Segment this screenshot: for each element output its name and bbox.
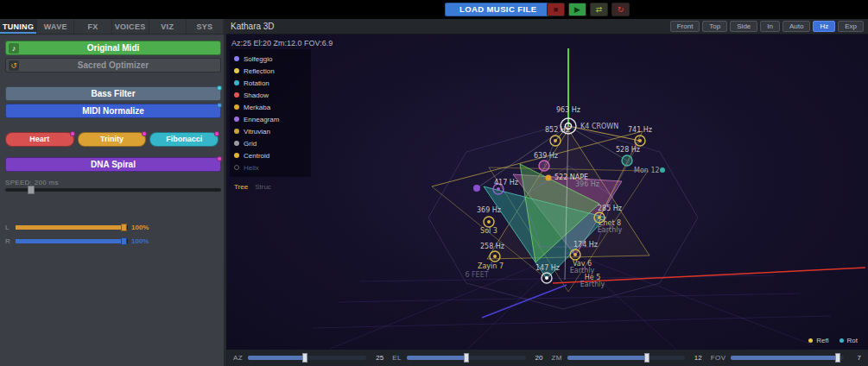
scene-node [493,255,497,258]
az-label: AZ [233,354,243,362]
fibonacci-button[interactable]: Fibonacci [149,132,219,147]
tab-wave[interactable]: WAVE [37,19,74,34]
kathara-3d-viewport[interactable]: 963 HzK4 CROWN852 Hz741 Hz639 Hz528 HzMo… [226,35,868,350]
az-slider-handle[interactable] [302,353,307,363]
view-auto-button[interactable]: Auto [782,21,810,32]
tab-viz[interactable]: VIZ [149,19,187,34]
fov-slider-handle[interactable] [835,353,840,363]
legend-item-helix[interactable]: Helix [234,161,307,174]
az-slider[interactable] [248,356,366,360]
legend-item-grid[interactable]: Grid [234,137,307,149]
scene-label: Sol 3 [480,227,497,235]
scene-node [487,220,491,224]
zm-value: 12 [690,354,702,362]
fov-slider[interactable] [731,356,844,360]
speed-slider-handle[interactable] [28,186,35,194]
legend-item-enneagram[interactable]: Enneagram [234,113,307,125]
scene-line [568,252,814,345]
scene-label: 852 Hz [545,126,569,134]
el-slider[interactable] [407,356,526,360]
dna-spiral-button[interactable]: DNA Spiral [5,157,221,172]
level-right-handle[interactable] [121,237,127,245]
legend-item-vitruvian[interactable]: Vitruvian [234,125,307,137]
legend-panel: Solfeggio Reflection Rotation Shadow Mer… [230,49,311,177]
original-midi-button[interactable]: ♪ Original Midi [5,41,221,55]
scene-label: 174 Hz [573,241,598,249]
level-right-row: R 100% [5,237,219,245]
helix-dot-icon [234,165,239,170]
legend-item-rotation[interactable]: Rotation [234,77,307,89]
scene-label: 285 Hz [598,205,622,212]
heart-button[interactable]: Heart [5,132,74,147]
legend-item-merkaba[interactable]: Merkaba [234,101,307,113]
rotation-dot-icon [234,80,239,85]
play-button[interactable]: ▶ [568,3,586,16]
legend-item-solfeggio[interactable]: Solfeggio [234,53,307,65]
centroid-dot-icon [234,153,239,158]
zm-slider[interactable] [567,356,685,360]
midi-normalize-button[interactable]: MIDI Normalize [5,104,221,118]
level-left-handle[interactable] [121,224,127,231]
heart-led [70,131,75,136]
zm-slider-handle[interactable] [644,353,649,363]
shadow-dot-icon [234,92,239,98]
kathara-3d-canvas[interactable]: 963 HzK4 CROWN852 Hz741 Hz639 Hz528 HzMo… [226,35,868,350]
el-slider-handle[interactable] [464,353,469,363]
az-slider-group: AZ 25 [233,354,383,362]
view-front-button[interactable]: Front [670,21,700,32]
merkaba-dot-icon [234,104,239,110]
legend-item-reflection[interactable]: Reflection [234,65,307,77]
rot-toggle[interactable]: Rot [839,337,858,344]
speed-label: SPEED: 200 ms [5,179,219,186]
view-buttons: Front Top Side In Auto Hz Exp [670,21,864,32]
load-music-file-button[interactable]: LOAD MUSIC FILE [445,3,551,16]
scene-label: Mon 12 [634,167,660,174]
spiral-icon: ↺ [9,60,19,71]
midi-normalize-label: MIDI Normalize [82,106,144,116]
legend-item-shadow[interactable]: Shadow [234,89,307,101]
dna-spiral-label: DNA Spiral [91,160,136,169]
view-in-button[interactable]: In [760,21,780,32]
scene-label: 639 Hz [534,152,558,160]
refl-toggle[interactable]: Refl [808,337,828,344]
stop-button[interactable]: ■ [547,3,565,16]
level-left-slider[interactable] [16,225,128,230]
reset-button[interactable]: ↻ [611,3,630,16]
view-exp-button[interactable]: Exp [838,21,864,32]
tab-fx[interactable]: FX [74,19,111,34]
scene-label: 528 Hz [616,146,640,154]
scene-node [573,253,577,256]
enneagram-dot-icon [234,117,239,122]
tab-sys[interactable]: SYS [187,19,224,34]
fibonacci-led [214,131,219,136]
scene-label: 258 Hz [480,243,504,250]
speed-slider[interactable] [5,188,221,192]
level-right-slider[interactable] [16,239,128,243]
mode-pill-row: Heart Trinity Fibonacci [5,132,219,147]
trinity-button[interactable]: Trinity [78,132,147,147]
level-left-value: 100% [131,224,149,231]
scene-label: 369 Hz [477,206,501,214]
view-side-button[interactable]: Side [730,21,757,32]
grid-dot-icon [234,141,239,146]
scene-node [638,139,642,142]
struc-mode-button[interactable]: Struc [255,183,271,191]
legend-item-centroid[interactable]: Centroid [234,149,307,161]
sacred-optimizer-button[interactable]: ↺ Sacred Optimizer [5,58,221,73]
view-hz-button[interactable]: Hz [813,21,835,32]
main-area: Kathara 3D Front Top Side In Auto Hz Exp… [226,19,868,366]
bass-filter-button[interactable]: Bass Filter [5,86,221,101]
mini-legend: Refl Rot [808,337,858,344]
scene-line [330,252,568,349]
tab-voices[interactable]: VOICES [112,19,149,34]
tree-mode-button[interactable]: Tree [234,183,248,191]
view-top-button[interactable]: Top [702,21,727,32]
scene-label: Earthly [580,281,605,288]
loop-button[interactable]: ⇄ [590,3,608,16]
tab-tuning[interactable]: TUNING [0,19,37,34]
zm-slider-group: ZM 12 [552,354,702,362]
scene-label: 741 Hz [628,126,652,134]
scene-label: 963 Hz [556,106,580,114]
level-right-value: 100% [131,237,149,245]
midi-normalize-led [217,103,222,108]
